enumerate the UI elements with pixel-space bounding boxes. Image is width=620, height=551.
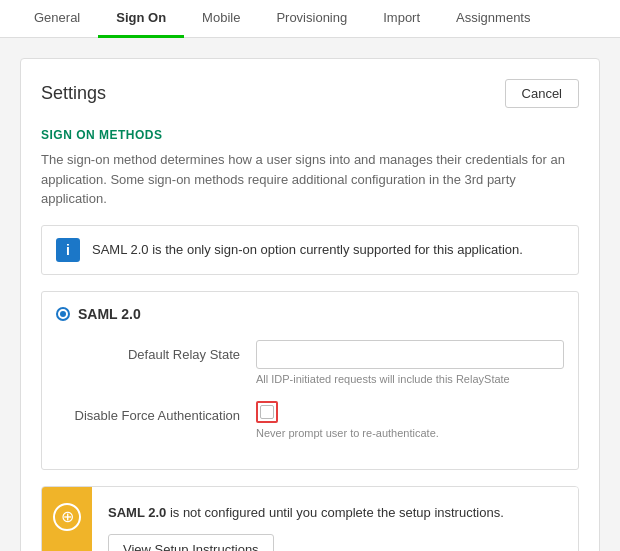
- warning-text-suffix: is not configured until you complete the…: [166, 505, 503, 520]
- disable-force-auth-field: Never prompt user to re-authenticate.: [256, 401, 564, 439]
- saml-info-banner: i SAML 2.0 is the only sign-on option cu…: [41, 225, 579, 275]
- sign-on-methods-heading: SIGN ON METHODS: [41, 128, 579, 142]
- relay-state-field: All IDP-initiated requests will include …: [256, 340, 564, 385]
- tab-general[interactable]: General: [16, 0, 98, 38]
- relay-state-input[interactable]: [256, 340, 564, 369]
- settings-card: Settings Cancel SIGN ON METHODS The sign…: [20, 58, 600, 551]
- relay-state-hint: All IDP-initiated requests will include …: [256, 373, 564, 385]
- saml-label: SAML 2.0: [78, 306, 141, 322]
- disable-force-auth-hint: Never prompt user to re-authenticate.: [256, 427, 564, 439]
- tab-bar: General Sign On Mobile Provisioning Impo…: [0, 0, 620, 38]
- warning-text: SAML 2.0 is not configured until you com…: [108, 503, 562, 523]
- globe-icon: ⊕: [53, 503, 81, 531]
- disable-force-auth-row: Disable Force Authentication Never promp…: [56, 401, 564, 439]
- tab-assignments[interactable]: Assignments: [438, 0, 548, 38]
- settings-title: Settings: [41, 83, 106, 104]
- warning-content: SAML 2.0 is not configured until you com…: [92, 487, 578, 552]
- tab-provisioning[interactable]: Provisioning: [258, 0, 365, 38]
- warning-bold: SAML 2.0: [108, 505, 166, 520]
- saml-header: SAML 2.0: [56, 306, 564, 322]
- warning-stripe: ⊕: [42, 487, 92, 552]
- info-message: SAML 2.0 is the only sign-on option curr…: [92, 242, 523, 257]
- saml-section: SAML 2.0 Default Relay State All IDP-ini…: [41, 291, 579, 470]
- tab-mobile[interactable]: Mobile: [184, 0, 258, 38]
- tab-import[interactable]: Import: [365, 0, 438, 38]
- sign-on-methods-description: The sign-on method determines how a user…: [41, 150, 579, 209]
- checkbox-inner: [260, 405, 274, 419]
- disable-force-auth-checkbox-wrapper: [256, 401, 564, 423]
- relay-state-label: Default Relay State: [56, 340, 256, 362]
- settings-header: Settings Cancel: [41, 79, 579, 108]
- saml-radio[interactable]: [56, 307, 70, 321]
- warning-card: ⊕ SAML 2.0 is not configured until you c…: [41, 486, 579, 552]
- info-icon: i: [56, 238, 80, 262]
- cancel-button[interactable]: Cancel: [505, 79, 579, 108]
- disable-force-auth-checkbox[interactable]: [256, 401, 278, 423]
- tab-sign-on[interactable]: Sign On: [98, 0, 184, 38]
- relay-state-row: Default Relay State All IDP-initiated re…: [56, 340, 564, 385]
- main-content: Settings Cancel SIGN ON METHODS The sign…: [0, 38, 620, 551]
- disable-force-auth-label: Disable Force Authentication: [56, 401, 256, 423]
- view-setup-instructions-button[interactable]: View Setup Instructions: [108, 534, 274, 551]
